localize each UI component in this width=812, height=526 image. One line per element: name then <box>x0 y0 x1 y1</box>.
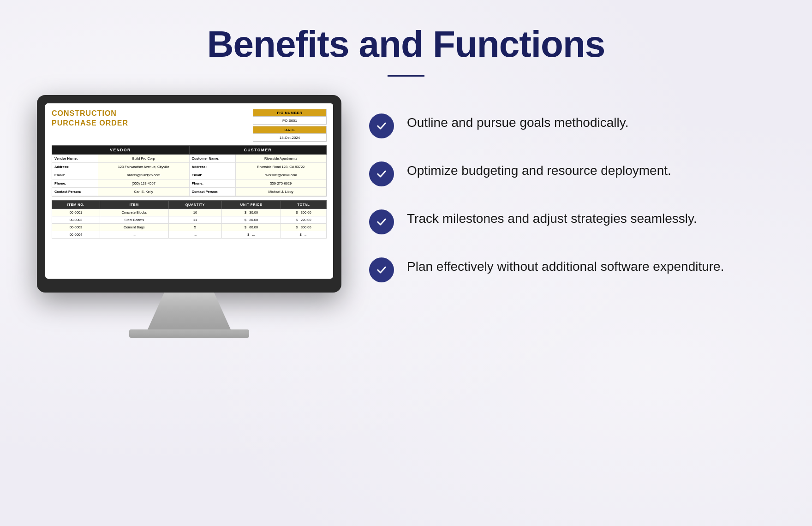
benefit-item-2: Optimize budgeting and resource deployme… <box>369 161 775 186</box>
vendor-name-value: Build Pro Corp <box>98 155 190 162</box>
customer-address-label: Address: <box>190 163 236 171</box>
vendor-phone-label: Phone: <box>52 179 98 187</box>
col-item-no: ITEM NO. <box>52 201 100 209</box>
customer-contact-label: Contact Person: <box>190 188 236 196</box>
po-date-label: DATE <box>253 126 327 134</box>
benefit-text-3: Track milestones and adjust strategies s… <box>407 209 775 227</box>
vc-row-2: Address: 123 Fairweather Avenue, Cityvil… <box>52 163 326 171</box>
cell-item: ... <box>100 231 168 239</box>
cell-qty: 5 <box>168 224 222 231</box>
cell-unit-price: $ ... <box>222 231 281 239</box>
monitor-stand <box>148 293 231 329</box>
benefits-section: Outline and pursue goals methodically. O… <box>369 95 775 282</box>
col-quantity: QUANTITY <box>168 201 222 209</box>
benefit-item-4: Plan effectively without additional soft… <box>369 257 775 282</box>
customer-email-value: riverside@email.com <box>236 171 327 179</box>
po-date-value: 18-Oct-2024 <box>253 134 327 142</box>
customer-name-value: Riverside Apartments <box>236 155 327 162</box>
benefit-text-2: Optimize budgeting and resource deployme… <box>407 161 775 179</box>
cell-total: $ ... <box>281 231 326 239</box>
table-row: 00-0001 Concrete Blocks 10 $ 30.00 $ 300… <box>52 209 327 216</box>
vendor-contact-value: Carl S. Kelly <box>98 188 190 196</box>
benefit-check-icon-1 <box>369 114 394 138</box>
col-unit-price: UNIT PRICE <box>222 201 281 209</box>
cell-total: $ 300.00 <box>281 209 326 216</box>
customer-phone-label: Phone: <box>190 179 236 187</box>
table-row: 00-0004 ... ... $ ... $ ... <box>52 231 327 239</box>
table-row: 00-0002 Steel Beams 11 $ 20.00 $ 220.00 <box>52 216 327 224</box>
customer-phone-value: 559-275-6629 <box>236 179 327 187</box>
vc-row-4: Phone: (555) 123-4567 Phone: 559-275-662… <box>52 179 326 188</box>
page-title: Benefits and Functions <box>207 23 605 66</box>
customer-name-label: Customer Name: <box>190 155 236 162</box>
page-wrapper: Benefits and Functions CONSTRUCTION PURC… <box>0 0 812 526</box>
po-title: CONSTRUCTION PURCHASE ORDER <box>52 109 248 128</box>
benefit-item-1: Outline and pursue goals methodically. <box>369 114 775 138</box>
cell-unit-price: $ 20.00 <box>222 216 281 224</box>
cell-total: $ 300.00 <box>281 224 326 231</box>
cell-unit-price: $ 60.00 <box>222 224 281 231</box>
customer-address-value: Riverside Road 123, CA 93722 <box>236 163 327 171</box>
vendor-email-label: Email: <box>52 171 98 179</box>
items-table: ITEM NO. ITEM QUANTITY UNIT PRICE TOTAL … <box>52 200 327 239</box>
cell-total: $ 220.00 <box>281 216 326 224</box>
cell-item: Cement Bags <box>100 224 168 231</box>
cell-item-no: 00-0001 <box>52 209 100 216</box>
cell-item-no: 00-0004 <box>52 231 100 239</box>
cell-qty: ... <box>168 231 222 239</box>
vc-row-3: Email: orders@buildpro.com Email: rivers… <box>52 171 326 179</box>
vendor-contact-label: Contact Person: <box>52 188 98 196</box>
cell-qty: 11 <box>168 216 222 224</box>
vendor-name-label: Vendor Name: <box>52 155 98 162</box>
benefit-item-3: Track milestones and adjust strategies s… <box>369 209 775 234</box>
vc-row-1: Vendor Name: Build Pro Corp Customer Nam… <box>52 155 326 163</box>
title-divider <box>388 75 424 77</box>
po-header-section: CONSTRUCTION PURCHASE ORDER P.O NUMBER P… <box>45 103 333 145</box>
vendor-header: VENDOR <box>52 145 189 155</box>
vendor-address-value: 123 Fairweather Avenue, Cityville <box>98 163 190 171</box>
cell-item-no: 00-0002 <box>52 216 100 224</box>
monitor-base <box>129 329 249 338</box>
monitor-screen: CONSTRUCTION PURCHASE ORDER P.O NUMBER P… <box>45 103 333 279</box>
benefit-text-1: Outline and pursue goals methodically. <box>407 114 775 132</box>
po-title-block: CONSTRUCTION PURCHASE ORDER <box>52 109 248 142</box>
vendor-address-label: Address: <box>52 163 98 171</box>
benefit-check-icon-2 <box>369 161 394 186</box>
po-number-block: P.O NUMBER PO-0001 DATE 18-Oct-2024 <box>253 109 327 142</box>
cell-qty: 10 <box>168 209 222 216</box>
po-number-value: PO-0001 <box>253 117 327 125</box>
cell-item-no: 00-0003 <box>52 224 100 231</box>
spreadsheet: CONSTRUCTION PURCHASE ORDER P.O NUMBER P… <box>45 103 333 239</box>
vc-header-row: VENDOR CUSTOMER <box>52 145 327 155</box>
monitor-bezel-bottom <box>45 281 333 289</box>
customer-header: CUSTOMER <box>189 145 327 155</box>
vendor-email-value: orders@buildpro.com <box>98 171 190 179</box>
cell-unit-price: $ 30.00 <box>222 209 281 216</box>
monitor-frame: CONSTRUCTION PURCHASE ORDER P.O NUMBER P… <box>37 95 341 293</box>
cell-item: Concrete Blocks <box>100 209 168 216</box>
po-number-label: P.O NUMBER <box>253 109 327 117</box>
benefit-text-4: Plan effectively without additional soft… <box>407 257 775 275</box>
vendor-phone-value: (555) 123-4567 <box>98 179 190 187</box>
benefit-check-icon-4 <box>369 257 394 282</box>
col-total: TOTAL <box>281 201 326 209</box>
vc-rows: Vendor Name: Build Pro Corp Customer Nam… <box>52 155 327 197</box>
cell-item: Steel Beams <box>100 216 168 224</box>
benefit-check-icon-3 <box>369 209 394 234</box>
items-table-header-row: ITEM NO. ITEM QUANTITY UNIT PRICE TOTAL <box>52 201 327 209</box>
table-row: 00-0003 Cement Bags 5 $ 60.00 $ 300.00 <box>52 224 327 231</box>
col-item: ITEM <box>100 201 168 209</box>
monitor-section: CONSTRUCTION PURCHASE ORDER P.O NUMBER P… <box>37 95 341 338</box>
vc-row-5: Contact Person: Carl S. Kelly Contact Pe… <box>52 188 326 196</box>
customer-contact-value: Michael J. Libby <box>236 188 327 196</box>
customer-email-label: Email: <box>190 171 236 179</box>
main-content: CONSTRUCTION PURCHASE ORDER P.O NUMBER P… <box>0 95 812 338</box>
